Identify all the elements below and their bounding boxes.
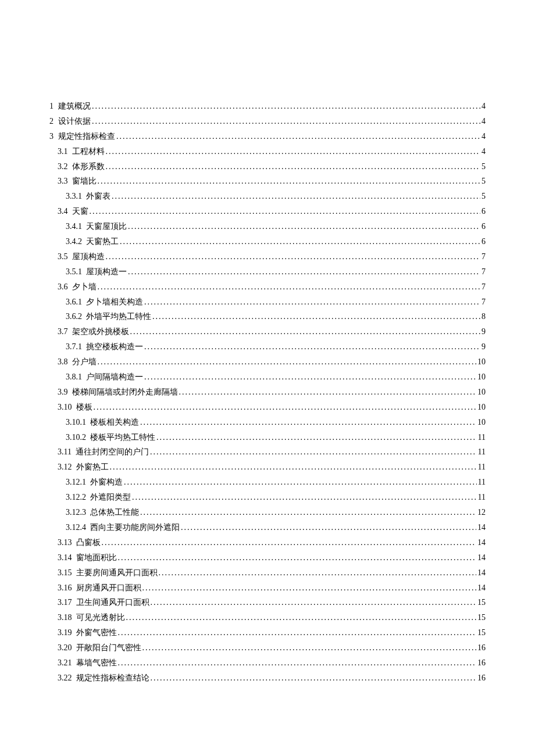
toc-leader-dots [152, 309, 480, 324]
toc-leader-dots [92, 114, 480, 129]
toc-entry: 3.11通往封闭空间的户门11 [49, 445, 486, 460]
toc-entry-page: 7 [482, 249, 486, 264]
toc-entry-page: 14 [477, 535, 486, 550]
toc-leader-dots [106, 249, 481, 264]
toc-entry-title: 夕卜墙 [72, 280, 97, 295]
toc-entry-number: 3.3.1 [66, 189, 82, 204]
toc-entry-page: 9 [482, 324, 486, 339]
toc-entry: 3.2体形系数5 [49, 159, 486, 174]
toc-entry-page: 11 [478, 490, 486, 505]
toc-entry-title: 外窗热工 [76, 460, 109, 475]
toc-entry-number: 3.20 [58, 640, 72, 655]
toc-entry-title: 天窗 [72, 204, 88, 219]
toc-leader-dots [90, 204, 481, 219]
toc-entry: 3规定性指标检查4 [49, 129, 486, 144]
toc-entry: 2设计依据4 [49, 114, 486, 129]
toc-entry-title: 外窗气密性 [76, 625, 117, 640]
toc-leader-dots [151, 671, 477, 686]
toc-entry-page: 9 [482, 339, 486, 354]
toc-entry-title: 天窗屋顶比 [86, 219, 127, 234]
toc-entry-number: 3.18 [58, 610, 72, 625]
toc-entry-number: 3.10.2 [66, 430, 86, 445]
toc-entry-number: 3.12.1 [66, 475, 86, 490]
toc-entry-title: 窗地面积比 [76, 550, 117, 565]
toc-entry-title: 夕卜墙相关构造 [86, 295, 143, 310]
toc-entry-number: 3.10 [58, 400, 72, 415]
toc-entry-number: 3.7.1 [66, 339, 82, 354]
toc-entry-title: 可见光透射比 [76, 610, 125, 625]
toc-entry-page: 10 [477, 415, 486, 430]
toc-entry-page: 6 [482, 234, 486, 249]
toc-leader-dots [140, 505, 476, 520]
toc-entry: 3.12.3总体热工性能12 [49, 505, 486, 520]
toc-leader-dots [98, 280, 481, 295]
toc-entry: 3.13凸窗板14 [49, 535, 486, 550]
toc-entry-page: 11 [478, 430, 486, 445]
toc-entry-title: 通往封闭空间的户门 [76, 445, 149, 460]
toc-entry-page: 4 [482, 99, 486, 114]
toc-leader-dots [120, 234, 480, 249]
toc-leader-dots [118, 550, 477, 565]
toc-entry-page: 16 [477, 671, 486, 686]
toc-entry-number: 3.13 [58, 535, 72, 550]
toc-entry-number: 3.10.1 [66, 415, 86, 430]
toc-entry-number: 3.19 [58, 625, 72, 640]
toc-entry: 3.4.1天窗屋顶比6 [49, 219, 486, 234]
toc-entry-number: 3.5 [58, 249, 68, 264]
toc-leader-dots [126, 610, 477, 625]
toc-entry-title: 主要房间通风开口面积 [76, 565, 158, 581]
toc-entry-title: 设计依据 [58, 114, 91, 129]
toc-entry-number: 3.7 [58, 324, 68, 339]
toc-leader-dots [116, 129, 480, 144]
toc-entry: 3.7架空或外挑楼板9 [49, 324, 486, 339]
toc-entry: 3.8分户墙10 [49, 354, 486, 370]
toc-entry-page: 6 [482, 204, 486, 219]
toc-entry-title: 屋顶构造一 [86, 264, 127, 280]
toc-entry-title: 体形系数 [72, 159, 105, 174]
toc-leader-dots [106, 144, 481, 159]
toc-entry-number: 3.21 [58, 655, 72, 671]
toc-leader-dots [124, 475, 477, 490]
toc-entry-title: 规定性指标检查 [58, 129, 115, 144]
toc-entry: 3.10楼板10 [49, 400, 486, 415]
toc-entry-number: 3.2 [58, 159, 68, 174]
toc-leader-dots [118, 655, 477, 671]
toc-entry-title: 外窗构造 [90, 475, 123, 490]
toc-entry: 3.7.1挑空楼板构造一9 [49, 339, 486, 354]
toc-entry: 3.12.1外窗构造11 [49, 475, 486, 490]
toc-entry-title: 窗墙比 [72, 174, 97, 189]
toc-entry-title: 架空或外挑楼板 [72, 324, 129, 339]
toc-entry-title: 外墙平均热工特性 [86, 309, 151, 324]
toc-entry-title: 工程材料 [72, 144, 105, 159]
toc-entry-title: 楼板相关构造 [90, 415, 139, 430]
toc-entry-title: 凸窗板 [76, 535, 101, 550]
toc-entry-title: 屋顶构造 [72, 249, 105, 264]
toc-entry: 3.17卫生间通风开口面积15 [49, 595, 486, 610]
toc-entry: 3.9楼梯间隔墙或封闭外走廊隔墙10 [49, 385, 486, 400]
toc-entry-title: 厨房通风开口面积 [76, 581, 141, 596]
toc-leader-dots [92, 99, 480, 114]
toc-entry-number: 3.12.4 [66, 520, 86, 535]
toc-entry-title: 外窗表 [86, 189, 110, 204]
toc-entry-title: 外遮阳类型 [90, 490, 131, 505]
toc-entry: 3.6.1夕卜墙相关构造7 [49, 295, 486, 310]
toc-entry-page: 4 [482, 114, 486, 129]
toc-leader-dots [179, 385, 477, 400]
toc-leader-dots [98, 174, 481, 189]
toc-leader-dots [151, 595, 477, 610]
toc-entry: 3.18可见光透射比15 [49, 610, 486, 625]
toc-entry: 3.3窗墙比5 [49, 174, 486, 189]
toc-entry-page: 5 [482, 174, 486, 189]
toc-leader-dots [132, 490, 477, 505]
toc-leader-dots [112, 189, 480, 204]
toc-entry: 3.4.2天窗热工6 [49, 234, 486, 249]
toc-entry-title: 总体热工性能 [90, 505, 139, 520]
toc-entry-number: 3.12 [58, 460, 72, 475]
toc-leader-dots [102, 535, 477, 550]
toc-entry-page: 5 [482, 159, 486, 174]
toc-entry-page: 15 [477, 595, 486, 610]
toc-entry-title: 分户墙 [72, 354, 97, 370]
toc-entry-page: 10 [477, 385, 486, 400]
toc-entry-page: 8 [482, 309, 486, 324]
toc-entry-title: 建筑概况 [58, 99, 91, 114]
